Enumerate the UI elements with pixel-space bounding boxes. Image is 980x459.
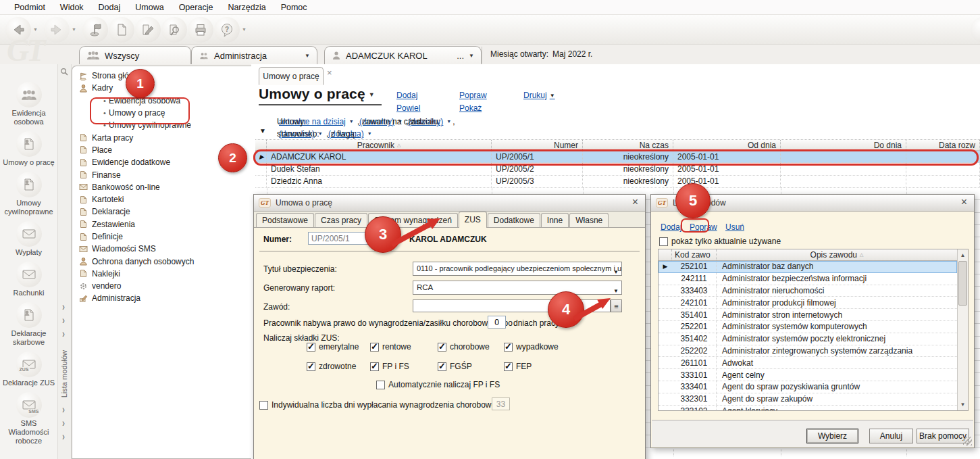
- tab-dots[interactable]: ...: [457, 51, 464, 61]
- lista-dodaj-link[interactable]: Dodaj: [661, 222, 681, 232]
- header-do-dnia[interactable]: Do dnia: [781, 140, 906, 151]
- checkbox-icon[interactable]: [438, 362, 446, 371]
- tree-item[interactable]: Umowy o pracę: [78, 107, 251, 119]
- tree-item[interactable]: Deklaracje: [78, 206, 251, 218]
- zus-checkbox-item[interactable]: wypadkowe: [504, 342, 578, 352]
- profession-row[interactable]: 332301 Agent do spraw zakupów: [659, 393, 957, 406]
- chevron-down-icon[interactable]: [366, 129, 373, 139]
- profession-row[interactable]: 242111 Administrator bezpieczeństwa info…: [659, 273, 957, 285]
- close-icon[interactable]: [961, 196, 967, 208]
- zus-checkbox-item[interactable]: chorobowe: [438, 342, 504, 352]
- module-item[interactable]: SMS Wiadomości robocze: [1, 392, 57, 445]
- tree-item[interactable]: Kadry: [78, 82, 251, 94]
- zus-checkbox-item[interactable]: FEP: [504, 362, 578, 371]
- checkbox-icon[interactable]: [438, 343, 446, 352]
- dodaj-link[interactable]: Dodaj: [396, 91, 417, 100]
- dialog-tab[interactable]: Podstawowe: [256, 213, 314, 227]
- drukuj-link[interactable]: Drukuj: [523, 91, 555, 100]
- dialog-tab[interactable]: Własne: [569, 213, 609, 227]
- chevron-right-icon[interactable]: [62, 419, 65, 426]
- module-item[interactable]: Umowy cywilnoprawne: [1, 172, 57, 216]
- wybierz-button[interactable]: Wybierz: [806, 429, 858, 443]
- chevron-right-icon[interactable]: [62, 433, 65, 439]
- tree-item[interactable]: Definicje: [78, 231, 251, 243]
- tree-item[interactable]: Umowy cywilnoprawne: [78, 119, 251, 131]
- checkbox-icon[interactable]: [370, 343, 379, 352]
- scroll-up-icon[interactable]: [958, 250, 968, 260]
- menu-item[interactable]: Widok: [53, 3, 91, 12]
- profession-row[interactable]: 333401 Agent do spraw pozyskiwania grunt…: [659, 381, 957, 393]
- checkbox-icon[interactable]: [259, 401, 268, 410]
- help-caret-icon[interactable]: ▼: [242, 27, 247, 32]
- tab-administracja[interactable]: Administracja ▼: [191, 46, 317, 64]
- brak-pomocy-button[interactable]: Brak pomocy: [917, 429, 969, 443]
- profession-row[interactable]: 333403 Administrator nieruchomości: [659, 285, 957, 297]
- checkbox-icon[interactable]: [307, 362, 315, 371]
- content-tab-umowy-o-prace[interactable]: Umowy o pracę: [259, 67, 324, 85]
- module-item[interactable]: Deklaracje skarbowe: [1, 302, 57, 347]
- dialog-tab[interactable]: ZUS: [459, 212, 487, 228]
- checkbox-icon[interactable]: [376, 381, 385, 389]
- table-row[interactable]: Dudek Stefan UP/2005/2 nieokreślony 2005…: [255, 163, 980, 175]
- forward-caret-icon[interactable]: ▼: [72, 27, 76, 32]
- tree-item[interactable]: Zestawienia: [78, 218, 251, 231]
- table-row[interactable]: Dziedzic Anna UP/2005/3 nieokreślony 200…: [255, 176, 980, 188]
- tree-item[interactable]: vendero: [78, 280, 251, 292]
- checkbox-icon[interactable]: [504, 343, 513, 352]
- module-item[interactable]: Umowy o pracę: [1, 131, 57, 167]
- search-icon[interactable]: [60, 68, 69, 76]
- menu-item[interactable]: Pomoc: [274, 3, 315, 12]
- profession-row[interactable]: 333102 Agent klarujący: [659, 406, 957, 411]
- print-icon[interactable]: [188, 17, 213, 43]
- zus-checkbox-item[interactable]: zdrowotne: [307, 362, 370, 371]
- tree-item[interactable]: Ochrona danych osobowych: [78, 255, 251, 267]
- tree-item[interactable]: Wiadomości SMS: [78, 243, 251, 255]
- zawod-browse-button[interactable]: [611, 299, 622, 312]
- module-item[interactable]: Rachunki: [1, 262, 57, 297]
- tree-item[interactable]: Naklejki: [78, 268, 251, 280]
- chevron-down-icon[interactable]: [445, 117, 453, 126]
- scrollbar-thumb[interactable]: [958, 261, 967, 306]
- dialog-title-bar[interactable]: GT Umowa o pracę: [254, 195, 645, 212]
- popraw-link[interactable]: Popraw: [459, 91, 487, 100]
- module-item[interactable]: Deklaracje ZUS: [1, 352, 57, 387]
- checkbox-icon[interactable]: [370, 362, 379, 371]
- header-numer[interactable]: Numer: [492, 140, 583, 151]
- page-title[interactable]: Umowy o pracę: [259, 86, 382, 105]
- menu-item[interactable]: Umowa: [128, 3, 171, 12]
- tree-item[interactable]: Karta pracy: [78, 131, 251, 143]
- module-item[interactable]: Ewidencja osobowa: [1, 82, 57, 126]
- forward-icon[interactable]: [44, 17, 70, 43]
- chevron-right-icon[interactable]: [62, 316, 65, 323]
- module-item[interactable]: Wypłaty: [1, 221, 57, 257]
- anuluj-button[interactable]: Anuluj: [869, 429, 913, 443]
- dialog-tab[interactable]: Inne: [541, 213, 569, 227]
- lista-usun-link[interactable]: Usuń: [725, 222, 744, 232]
- tab-adamczuk-karol[interactable]: ADAMCZUK KAROL ... ▼: [324, 46, 482, 64]
- chevron-down-icon[interactable]: ▼: [305, 53, 310, 59]
- tab-wszyscy[interactable]: Wszyscy: [79, 46, 191, 64]
- profession-row[interactable]: 261101 Adwokat: [659, 357, 957, 369]
- lista-popraw-link[interactable]: Popraw: [690, 222, 717, 232]
- profession-row[interactable]: 242101 Administrator produkcji filmowej: [659, 297, 957, 309]
- scrollbar[interactable]: [957, 249, 968, 410]
- aktualne-filter-checkbox[interactable]: pokaż tylko aktualnie używane: [659, 237, 781, 246]
- tree-item[interactable]: Ewidencja osobowa: [78, 95, 251, 107]
- tree-item[interactable]: Administracja: [78, 292, 251, 304]
- nabywa-days-field[interactable]: [488, 316, 506, 329]
- menu-item[interactable]: Operacje: [172, 3, 221, 12]
- new-document-icon[interactable]: [109, 17, 134, 43]
- chevron-down-icon[interactable]: [348, 117, 355, 126]
- dialog-tab[interactable]: Dodatkowe: [488, 213, 540, 227]
- dialog-tab[interactable]: Czas pracy: [315, 213, 367, 227]
- profession-row[interactable]: 351402 Administrator systemów poczty ele…: [659, 333, 957, 345]
- back-caret-icon[interactable]: ▼: [33, 27, 38, 32]
- zus-checkbox-item[interactable]: FP i FS: [370, 362, 438, 371]
- profession-row[interactable]: 351401 Administrator stron internetowych: [659, 309, 957, 321]
- scroll-down-icon[interactable]: [958, 400, 968, 410]
- profession-row[interactable]: 252101 Administrator baz danych: [659, 261, 957, 273]
- chevron-right-icon[interactable]: [62, 330, 65, 337]
- find-icon[interactable]: [161, 17, 187, 43]
- menu-item[interactable]: Narzędzia: [220, 3, 273, 12]
- checkbox-icon[interactable]: [504, 362, 513, 371]
